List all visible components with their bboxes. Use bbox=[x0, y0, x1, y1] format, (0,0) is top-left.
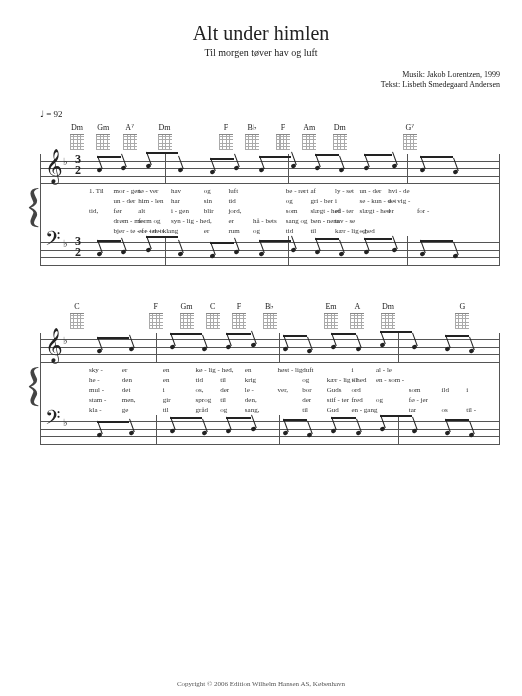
lyric-syllable: i bbox=[351, 366, 353, 374]
lyric-syllable: en bbox=[245, 366, 252, 374]
lyric-syllable: os bbox=[442, 406, 448, 414]
lyric-syllable: 1. Til bbox=[89, 187, 104, 195]
lyric-syllable: al - le bbox=[376, 366, 392, 374]
chord-diagram bbox=[245, 134, 259, 150]
lyric-syllable: den bbox=[122, 376, 132, 384]
chord-name: G⁷ bbox=[405, 123, 414, 133]
lyric-syllable: i bbox=[466, 386, 468, 394]
key-signature: ♭ bbox=[63, 417, 66, 428]
lyric-line: drøm - meform ogsyn - lig - hed,erhå - b… bbox=[89, 217, 499, 226]
lyric-syllable: duft bbox=[302, 366, 313, 374]
lyrics-block: sky -erenkø - lig - hed,enhøst - ligduft… bbox=[41, 366, 499, 415]
lyric-syllable: ord bbox=[351, 386, 360, 394]
chord-name: C bbox=[210, 302, 215, 312]
lyric-syllable: blir bbox=[204, 207, 214, 215]
lyric-syllable: him - len bbox=[138, 197, 163, 205]
bass-clef-icon: 𝄢 bbox=[45, 228, 60, 255]
lyric-syllable: den, bbox=[245, 396, 257, 404]
notes bbox=[89, 158, 493, 180]
chord-diagram bbox=[455, 313, 469, 329]
lyric-syllable: gri - ber bbox=[310, 197, 333, 205]
treble-clef-icon: 𝄞 bbox=[45, 328, 63, 363]
lyric-line: bjer - te - or - detsef - ter - klangerr… bbox=[89, 227, 499, 236]
lyric-syllable: kla - bbox=[89, 406, 102, 414]
chord-name: Dm bbox=[334, 123, 346, 133]
lyric-syllable: gråd bbox=[196, 406, 208, 414]
chord-name: Em bbox=[325, 302, 336, 312]
tempo-marking: ♩ = 92 bbox=[40, 109, 500, 119]
lyric-syllable: og bbox=[204, 187, 211, 195]
score-subtitle: Til morgen tøver hav og luft bbox=[22, 47, 500, 58]
brace-icon: 𝄔 bbox=[27, 154, 39, 266]
lyric-syllable: gir bbox=[163, 396, 171, 404]
lyric-syllable: en bbox=[163, 366, 170, 374]
chord-diagram bbox=[403, 134, 417, 150]
lyric-syllable: ver, bbox=[278, 386, 288, 394]
lyric-syllable: har bbox=[171, 197, 180, 205]
lyric-syllable: kø - lig - hed, bbox=[196, 366, 234, 374]
lyric-syllable: os, bbox=[196, 386, 204, 394]
lyric-syllable: en - gang bbox=[351, 406, 377, 414]
chord-symbol: Dm bbox=[150, 123, 180, 150]
chord-name: B♭ bbox=[265, 302, 274, 312]
key-signature: ♭ bbox=[63, 238, 66, 249]
chord-diagram bbox=[206, 313, 220, 329]
chord-diagram bbox=[232, 313, 246, 329]
lyric-syllable: er bbox=[122, 366, 127, 374]
lyric-syllable: før bbox=[114, 207, 122, 215]
lyric-syllable: ly - set bbox=[335, 187, 354, 195]
lyric-syllable: sky - bbox=[89, 366, 103, 374]
lyric-syllable: ild bbox=[442, 386, 449, 394]
chord-name: B♭ bbox=[248, 123, 257, 133]
bass-staff: 𝄢♭ bbox=[41, 415, 499, 445]
lyric-line: tid,føralti - genblirjord,somslægt - hed… bbox=[89, 207, 499, 216]
chord-symbol: F bbox=[141, 302, 171, 329]
lyric-syllable: sang, bbox=[245, 406, 260, 414]
lyric-syllable: til bbox=[220, 376, 226, 384]
chord-symbol: Am bbox=[294, 123, 324, 150]
lyric-syllable: tid bbox=[228, 197, 235, 205]
notes bbox=[89, 240, 493, 262]
chord-diagram bbox=[263, 313, 277, 329]
lyric-syllable: og bbox=[253, 227, 260, 235]
lyric-syllable: af bbox=[310, 187, 315, 195]
chord-name: A bbox=[354, 302, 360, 312]
lyric-syllable: tid bbox=[286, 227, 293, 235]
lyric-syllable: Gud bbox=[327, 406, 339, 414]
lyric-syllable: syn - lig - hed, bbox=[171, 217, 212, 225]
time-signature: 32 bbox=[75, 154, 81, 177]
lyric-syllable: det bbox=[122, 386, 131, 394]
lyric-syllable: kær - lig - hed bbox=[327, 376, 367, 384]
chord-diagram bbox=[333, 134, 347, 150]
lyric-syllable: i bbox=[163, 386, 165, 394]
lyric-syllable: til bbox=[302, 406, 308, 414]
lyric-line: un - derhim - lenharsintidoggri - berise… bbox=[89, 197, 499, 206]
lyric-syllable: og bbox=[302, 376, 309, 384]
chord-diagram bbox=[96, 134, 110, 150]
lyric-syllable: og bbox=[220, 406, 227, 414]
bass-staff: 𝄢♭32 bbox=[41, 236, 499, 266]
lyric-line: 1. Tilmor - gentø - verhavogluftbe - rør… bbox=[89, 187, 499, 196]
chord-name: F bbox=[237, 302, 241, 312]
chord-symbol: A⁷ bbox=[115, 123, 145, 150]
score-title: Alt under himlen bbox=[22, 22, 500, 45]
lyric-syllable: tar bbox=[409, 406, 416, 414]
lyric-syllable: hvi - de bbox=[388, 187, 409, 195]
chord-name: F bbox=[154, 302, 158, 312]
chord-name: Gm bbox=[97, 123, 109, 133]
lyric-syllable: stam - bbox=[89, 396, 106, 404]
treble-staff: 𝄞♭ bbox=[41, 333, 499, 363]
chord-name: C bbox=[74, 302, 79, 312]
notes bbox=[89, 337, 493, 359]
lyric-syllable: der bbox=[220, 386, 229, 394]
lyric-syllable: mul - bbox=[89, 386, 104, 394]
chord-name: F bbox=[281, 123, 285, 133]
lyric-syllable: i - gen bbox=[171, 207, 189, 215]
chord-row: CFGmCFB♭EmADmG bbox=[62, 302, 500, 330]
lyric-syllable: ge bbox=[122, 406, 129, 414]
lyric-syllable: tid, bbox=[89, 207, 98, 215]
key-signature: ♭ bbox=[63, 156, 66, 167]
lyric-line: he -denentidtilkrigogkær - lig - hedtile… bbox=[89, 376, 499, 385]
chord-name: F bbox=[224, 123, 228, 133]
lyric-syllable: sang og bbox=[286, 217, 308, 225]
